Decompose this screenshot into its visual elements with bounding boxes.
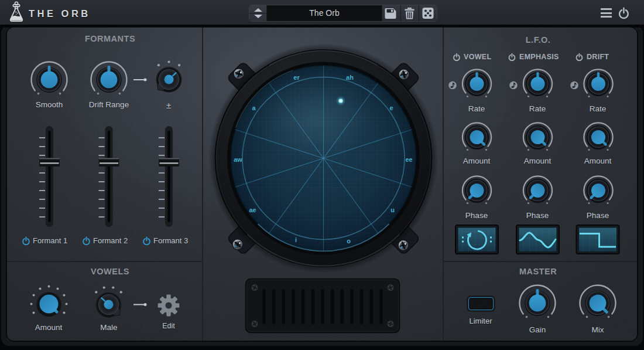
- svg-text:aw: aw: [234, 156, 242, 163]
- svg-text:i: i: [295, 236, 297, 243]
- svg-text:ah: ah: [346, 74, 354, 81]
- svg-text:er: er: [293, 74, 300, 81]
- svg-text:e: e: [389, 104, 393, 111]
- svg-text:o: o: [347, 237, 351, 244]
- svg-text:u: u: [390, 206, 395, 213]
- svg-text:ae: ae: [249, 206, 256, 213]
- svg-text:ee: ee: [405, 156, 412, 163]
- svg-text:a: a: [252, 104, 256, 111]
